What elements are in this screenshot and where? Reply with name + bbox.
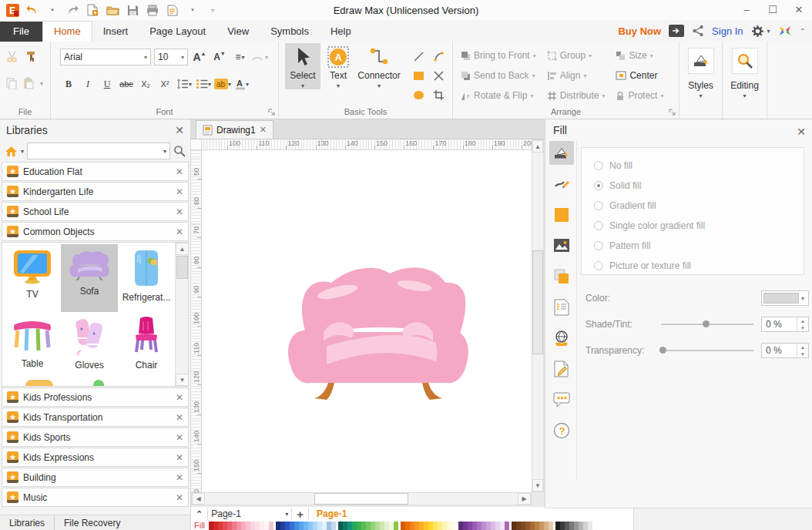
- bottom-tab-libraries[interactable]: Libraries: [0, 515, 54, 530]
- search-icon[interactable]: [173, 145, 186, 157]
- shade-spinbox[interactable]: 0 % ▲▼: [761, 317, 809, 332]
- library-close-icon[interactable]: ✕: [176, 392, 183, 403]
- editing-button[interactable]: Editing ▾: [727, 45, 763, 99]
- shape-thumb-gloves[interactable]: Gloves: [61, 312, 118, 380]
- arrange-protect-button[interactable]: Protect▾: [616, 88, 663, 103]
- arrange-size-button[interactable]: Size▾: [616, 48, 663, 63]
- scroll-up-icon[interactable]: ▲: [176, 243, 189, 255]
- scroll-down-icon[interactable]: ▼: [176, 374, 189, 386]
- ribbon-tab-page-layout[interactable]: Page Layout: [139, 22, 216, 42]
- scroll-down-icon[interactable]: ▼: [532, 479, 543, 491]
- library-search-input[interactable]: ▾: [27, 143, 170, 159]
- share-icon[interactable]: [692, 25, 704, 37]
- shape-thumb-chair[interactable]: Chair: [118, 312, 175, 380]
- scroll-right-icon[interactable]: ▶: [518, 493, 531, 505]
- strikethrough-button[interactable]: abc: [118, 75, 135, 92]
- select-tool-button[interactable]: Select▾: [285, 43, 320, 89]
- palette-color-swatch[interactable]: [394, 522, 398, 530]
- document-tab-close-icon[interactable]: ✕: [260, 125, 267, 135]
- font-size-combo[interactable]: 10▾: [154, 49, 188, 65]
- shade-slider[interactable]: [661, 324, 753, 325]
- fill-bucket-icon[interactable]: [549, 141, 574, 165]
- palette-color-swatch[interactable]: [549, 522, 553, 530]
- decrease-font-icon[interactable]: A▼: [211, 49, 228, 65]
- shape-thumb-table[interactable]: Table: [4, 312, 61, 380]
- page-tab[interactable]: Page-1: [308, 508, 354, 520]
- palette-color-swatch[interactable]: [588, 522, 592, 530]
- note-icon[interactable]: [549, 357, 574, 381]
- arrange-send-to-back-button[interactable]: Send to Back▾: [461, 68, 536, 83]
- library-group-education-flat[interactable]: ★Education Flat✕: [2, 162, 189, 181]
- page-selector[interactable]: Page-1 ▾: [207, 508, 292, 520]
- transparency-spinbox[interactable]: 0 % ▲▼: [761, 343, 809, 358]
- palette-color-swatch[interactable]: [269, 522, 273, 530]
- comment-icon[interactable]: [549, 387, 574, 411]
- ribbon-tab-help[interactable]: Help: [320, 22, 362, 42]
- bottom-tab-file-recovery[interactable]: File Recovery: [54, 515, 129, 530]
- thumbnail-scrollbar[interactable]: ▲ ▼: [175, 243, 188, 386]
- hyperlink-icon[interactable]: [549, 326, 574, 350]
- shape-thumb-refrigerat[interactable]: Refrigerat...: [118, 244, 175, 312]
- library-group-kids-sports[interactable]: ★Kids Sports✕: [2, 428, 189, 447]
- fill-option-solid-fill[interactable]: Solid fill: [594, 176, 804, 196]
- library-group-kids-expressions[interactable]: ★Kids Expressions✕: [2, 448, 189, 467]
- library-group-school-life[interactable]: ★School Life✕: [2, 202, 189, 221]
- gear-icon[interactable]: [751, 25, 764, 38]
- spin-up-icon[interactable]: ▲: [797, 317, 808, 324]
- ribbon-tab-insert[interactable]: Insert: [92, 22, 139, 42]
- libraries-close-icon[interactable]: ✕: [175, 124, 184, 136]
- present-icon[interactable]: [669, 25, 684, 37]
- shape-thumb-sofa[interactable]: Sofa: [61, 244, 118, 312]
- scrollbar-thumb[interactable]: [176, 256, 188, 279]
- copy-icon[interactable]: [6, 78, 17, 89]
- cross-tool-icon[interactable]: [428, 67, 448, 84]
- subscript-button[interactable]: X₂: [137, 75, 154, 92]
- library-group-kindergarten-life[interactable]: ★Kindergarten Life✕: [2, 182, 189, 201]
- home-caret-icon[interactable]: ▾: [21, 148, 24, 155]
- underline-button[interactable]: U: [99, 75, 116, 92]
- library-group-common-objects[interactable]: ★Common Objects✕: [2, 222, 189, 241]
- paste-caret-icon[interactable]: ▾: [40, 80, 43, 87]
- bold-button[interactable]: B: [60, 75, 77, 92]
- arrange-align-button[interactable]: Align▾: [547, 68, 606, 83]
- library-close-icon[interactable]: ✕: [176, 206, 183, 217]
- paste-icon[interactable]: [23, 77, 34, 89]
- library-group-kids-professions[interactable]: ★Kids Professions✕: [2, 387, 189, 407]
- drawing-page[interactable]: [202, 150, 532, 492]
- arrange-bring-to-front-button[interactable]: Bring to Front▾: [461, 48, 536, 63]
- crop-tool-icon[interactable]: [428, 86, 448, 103]
- scrollbar-thumb[interactable]: [314, 493, 408, 505]
- minimize-button[interactable]: –: [733, 0, 760, 18]
- arc-text-icon[interactable]: ▾: [251, 49, 268, 65]
- library-close-icon[interactable]: ✕: [176, 432, 183, 443]
- library-close-icon[interactable]: ✕: [176, 452, 183, 463]
- line-style-icon[interactable]: [549, 172, 574, 196]
- library-close-icon[interactable]: ✕: [176, 166, 183, 177]
- arrange-group-button[interactable]: Group▾: [547, 48, 606, 63]
- arrange-rotate-flip-button[interactable]: Rotate & Flip▾: [461, 88, 536, 103]
- vertical-scrollbar[interactable]: ▲ ▼: [532, 139, 544, 492]
- ellipse-tool-icon[interactable]: [408, 86, 428, 103]
- arrange-dialog-launcher-icon[interactable]: [669, 109, 676, 116]
- image-icon[interactable]: [549, 233, 574, 257]
- font-dialog-launcher-icon[interactable]: [268, 109, 276, 116]
- highlight-icon[interactable]: ab▾: [214, 75, 231, 92]
- arrange-center-button[interactable]: Center: [616, 68, 663, 83]
- palette-color-swatch[interactable]: [505, 522, 509, 530]
- library-group-kids-transportation[interactable]: ★Kids Transportation✕: [2, 408, 189, 427]
- gear-dropdown-caret-icon[interactable]: ▾: [767, 28, 770, 35]
- add-page-button[interactable]: +: [297, 508, 304, 521]
- fill-option-no-fill[interactable]: No fill: [594, 156, 804, 176]
- bullets-icon[interactable]: ▾: [195, 75, 212, 92]
- community-icon[interactable]: [778, 25, 792, 37]
- sofa-shape[interactable]: [284, 257, 473, 405]
- ribbon-tab-home[interactable]: Home: [42, 21, 92, 42]
- styles-button[interactable]: Styles ▾: [683, 45, 719, 99]
- close-button[interactable]: ✕: [786, 0, 812, 18]
- rect-tool-icon[interactable]: [408, 67, 428, 84]
- arrange-distribute-button[interactable]: Distribute▾: [547, 88, 606, 103]
- collapse-ribbon-icon[interactable]: ⌃: [800, 27, 806, 35]
- transparency-slider[interactable]: [661, 350, 753, 351]
- fill-option-single-color-gradient-fill[interactable]: Single color gradient fill: [594, 216, 804, 236]
- scroll-left-icon[interactable]: ◀: [192, 493, 205, 505]
